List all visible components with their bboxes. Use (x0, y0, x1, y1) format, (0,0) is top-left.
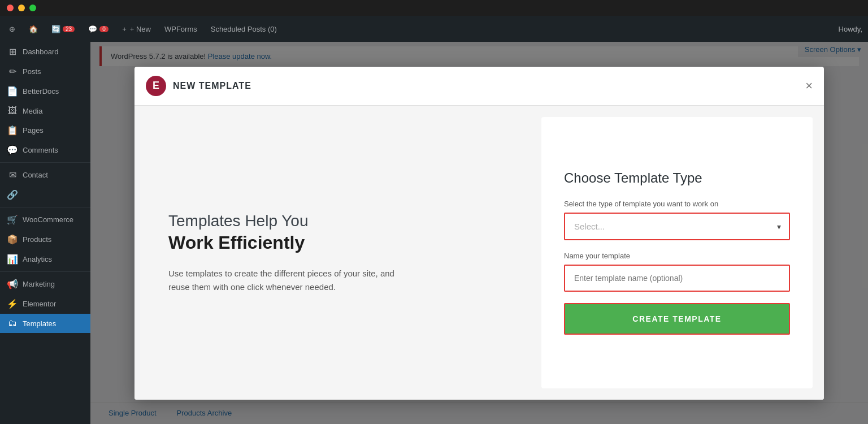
wp-logo[interactable]: ⊕ (6, 16, 19, 42)
contact-icon: ✉ (7, 170, 18, 180)
sidebar-item-label: Templates (23, 319, 56, 328)
layout: ⊞ Dashboard ✏ Posts 📄 BetterDocs 🖼 Media… (0, 42, 868, 424)
sidebar-item-dashboard[interactable]: ⊞ Dashboard (0, 42, 90, 62)
marketing-icon: 📢 (7, 279, 18, 289)
sidebar-item-label: Comments (23, 146, 58, 154)
maximize-button[interactable] (29, 5, 36, 11)
modal-main-title: Work Efficiently (168, 232, 496, 253)
sidebar-item-label: WooCommerce (23, 215, 73, 224)
elementor-modal-icon: E (146, 76, 166, 96)
sidebar-divider-2 (0, 207, 90, 207)
modal-title: NEW TEMPLATE (173, 81, 251, 91)
site-name[interactable]: 🏠 (25, 16, 41, 42)
plus-icon: + (122, 25, 127, 33)
wp-admin-bar: ⊕ 🏠 🔄 23 💬 0 + + New WPForms Scheduled P… (0, 16, 868, 42)
sidebar: ⊞ Dashboard ✏ Posts 📄 BetterDocs 🖼 Media… (0, 42, 90, 424)
template-name-input-wrapper (564, 265, 790, 292)
sidebar-item-label: Products (23, 235, 51, 244)
sidebar-item-templates[interactable]: 🗂 Templates (0, 314, 90, 333)
posts-icon: ✏ (7, 66, 18, 77)
dashboard-icon: ⊞ (7, 46, 18, 57)
sidebar-item-elementor[interactable]: ⚡ Elementor (0, 294, 90, 314)
close-button[interactable] (7, 5, 14, 11)
comments-icon: 💬 (7, 145, 18, 155)
comments-link[interactable]: 💬 0 (85, 16, 112, 42)
title-bar (0, 0, 868, 16)
updates-icon[interactable]: 🔄 23 (48, 16, 78, 42)
media-icon: 🖼 (7, 106, 18, 116)
sidebar-item-comments[interactable]: 💬 Comments (0, 140, 90, 160)
pages-icon: 📋 (7, 125, 18, 136)
template-type-select[interactable]: Select... Page Section Header Footer Sin… (565, 214, 789, 239)
modal-overlay: E NEW TEMPLATE × Templates Help You Work… (90, 42, 868, 424)
sidebar-item-analytics[interactable]: 📊 Analytics (0, 249, 90, 269)
sidebar-item-label: Dashboard (23, 47, 59, 56)
sidebar-divider-3 (0, 271, 90, 272)
new-template-modal: E NEW TEMPLATE × Templates Help You Work… (134, 67, 824, 400)
sidebar-divider-1 (0, 162, 90, 163)
template-type-select-wrapper: Select... Page Section Header Footer Sin… (564, 213, 790, 240)
elementor-icon-letter: E (153, 80, 159, 92)
scheduled-posts-link[interactable]: Scheduled Posts (0) (207, 16, 280, 42)
comment-icon: 💬 (88, 25, 97, 33)
elementor-icon: ⚡ (7, 298, 18, 309)
modal-header: E NEW TEMPLATE × (134, 67, 824, 106)
sidebar-item-media[interactable]: 🖼 Media (0, 101, 90, 120)
sidebar-item-betterdocs[interactable]: 📄 BetterDocs (0, 81, 90, 101)
choose-template-title: Choose Template Type (564, 170, 790, 186)
modal-body: Templates Help You Work Efficiently Use … (134, 106, 824, 400)
templates-icon: 🗂 (7, 318, 18, 328)
sidebar-item-label: Marketing (23, 280, 55, 288)
modal-right-panel: Choose Template Type Select the type of … (541, 117, 813, 388)
modal-left-panel: Templates Help You Work Efficiently Use … (134, 106, 530, 400)
sidebar-item-posts[interactable]: ✏ Posts (0, 62, 90, 81)
create-template-button[interactable]: CREATE TEMPLATE (564, 303, 790, 335)
betterdocs-icon: 📄 (7, 86, 18, 97)
name-template-label: Name your template (564, 252, 790, 260)
sidebar-item-links[interactable]: 🔗 (0, 185, 90, 205)
analytics-icon: 📊 (7, 254, 18, 265)
sidebar-item-contact[interactable]: ✉ Contact (0, 165, 90, 185)
sidebar-item-label: Pages (23, 126, 44, 135)
sidebar-item-label: Media (23, 107, 42, 115)
updates-count: 23 (63, 26, 75, 32)
modal-subtitle: Templates Help You (168, 211, 496, 231)
select-type-label: Select the type of template you want to … (564, 200, 790, 208)
minimize-button[interactable] (18, 5, 25, 11)
sidebar-item-pages[interactable]: 📋 Pages (0, 120, 90, 140)
sidebar-item-marketing[interactable]: 📢 Marketing (0, 274, 90, 294)
modal-close-button[interactable]: × (805, 80, 813, 92)
sidebar-item-label: Analytics (23, 255, 52, 263)
wpforms-link[interactable]: WPForms (161, 16, 201, 42)
sidebar-item-products[interactable]: 📦 Products (0, 230, 90, 249)
template-name-input[interactable] (565, 266, 789, 291)
sidebar-item-label: BetterDocs (23, 87, 59, 96)
comments-count: 0 (99, 26, 108, 32)
sidebar-item-label: Contact (23, 171, 48, 179)
sidebar-item-woocommerce[interactable]: 🛒 WooCommerce (0, 210, 90, 230)
woocommerce-icon: 🛒 (7, 214, 18, 225)
new-content-button[interactable]: + + New (119, 16, 154, 42)
modal-description: Use templates to create the different pi… (168, 267, 406, 294)
updates-indicator: 🔄 (51, 25, 60, 33)
products-icon: 📦 (7, 234, 18, 245)
howdy-text: Howdy, (839, 25, 862, 33)
sidebar-item-label: Posts (23, 67, 41, 76)
links-icon: 🔗 (7, 189, 18, 200)
main-content: WordPress 5.7.2 is available! Please upd… (90, 42, 868, 424)
new-label: + New (130, 25, 151, 33)
sidebar-item-label: Elementor (23, 300, 56, 308)
